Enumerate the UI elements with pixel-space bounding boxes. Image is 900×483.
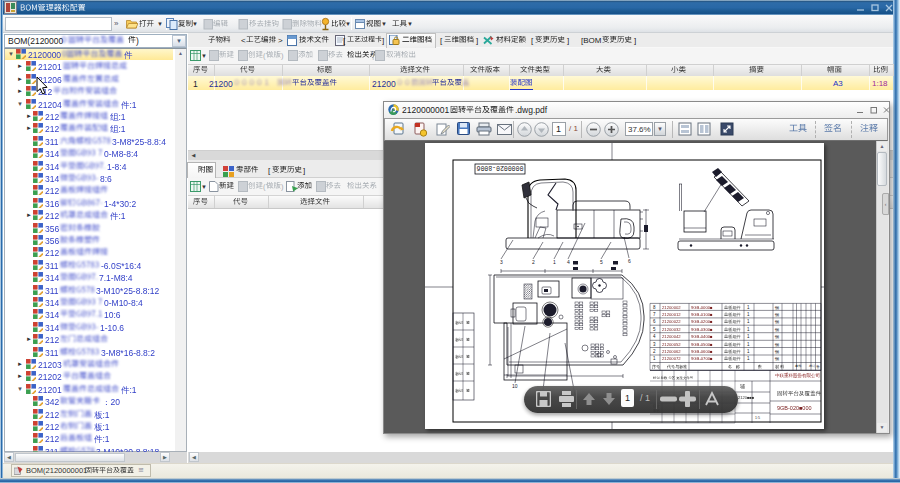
svg-text:签: 签 (466, 337, 470, 342)
svg-text:总计: 总计 (808, 364, 816, 368)
svg-text:签: 签 (466, 320, 470, 325)
svg-text:5: 5 (600, 259, 603, 265)
svg-text:10: 10 (512, 383, 518, 389)
svg-text:9GB-0200■: 9GB-0200■ (691, 319, 713, 324)
svg-text:1: 1 (553, 259, 556, 265)
svg-text:9GB-0300■: 9GB-0300■ (691, 327, 713, 332)
svg-text:盖板组件: 盖板组件 (724, 342, 742, 347)
svg-text:21200052: 21200052 (662, 342, 681, 347)
svg-text:21200022: 21200022 (662, 319, 681, 324)
svg-text:4: 4 (567, 259, 570, 265)
svg-text:21200062: 21200062 (662, 349, 681, 354)
svg-text:盖板组件: 盖板组件 (724, 327, 742, 332)
svg-text:盖板组件: 盖板组件 (724, 319, 742, 324)
svg-text:21200072: 21200072 (662, 356, 681, 361)
svg-text:名: 名 (728, 364, 732, 369)
svg-text:21200042: 21200042 (662, 334, 681, 339)
svg-text:中联重科股份有限公司: 中联重科股份有限公司 (775, 372, 820, 378)
svg-text:钢: 钢 (774, 356, 779, 361)
svg-text:9GB-0100■: 9GB-0100■ (691, 312, 713, 317)
svg-text:钢: 钢 (774, 327, 779, 332)
svg-text:盖板组件: 盖板组件 (724, 312, 742, 317)
svg-text:签: 签 (466, 354, 470, 359)
svg-text:钢: 钢 (774, 305, 779, 310)
svg-text:标记 处数 分区 更改文件号: 标记 处数 分区 更改文件号 (652, 375, 694, 380)
svg-text:2120■■■: 2120■■■ (738, 395, 755, 400)
svg-text:钢: 钢 (774, 312, 779, 317)
svg-text:3: 3 (500, 259, 503, 265)
svg-text:备: 备 (816, 364, 820, 369)
svg-text:数: 数 (758, 364, 762, 369)
svg-text:盖板组件: 盖板组件 (724, 356, 742, 361)
svg-text:钢: 钢 (774, 349, 779, 354)
svg-text:盖板组件: 盖板组件 (724, 349, 742, 354)
svg-text:9GB-0000■: 9GB-0000■ (691, 305, 713, 310)
svg-text:■000: ■000 (799, 405, 812, 411)
svg-text:21200012: 21200012 (662, 312, 681, 317)
svg-text:9GB-0400■: 9GB-0400■ (691, 334, 713, 339)
svg-text:签: 签 (466, 388, 470, 393)
svg-text:序号: 序号 (652, 364, 660, 369)
svg-text:9GB-0700■: 9GB-0700■ (691, 356, 713, 361)
svg-text:21200002: 21200002 (662, 305, 681, 310)
svg-text:9GB-0500■: 9GB-0500■ (691, 342, 713, 347)
svg-text:辅: 辅 (740, 383, 745, 390)
svg-text:9GB-0600■: 9GB-0600■ (691, 349, 713, 354)
svg-text:盖板组件: 盖板组件 (724, 334, 742, 339)
svg-text:9GB-020: 9GB-020 (777, 405, 799, 411)
svg-text:1:5: 1:5 (755, 416, 760, 420)
svg-text:单件: 单件 (795, 364, 802, 368)
svg-text:钢: 钢 (774, 319, 779, 324)
svg-text:钢: 钢 (774, 334, 779, 339)
svg-text:签: 签 (466, 371, 470, 376)
svg-text:21200032: 21200032 (662, 327, 681, 332)
svg-text:6: 6 (628, 258, 631, 264)
svg-text:2: 2 (532, 259, 535, 265)
svg-text:钢: 钢 (774, 342, 779, 347)
svg-text:称: 称 (735, 364, 740, 369)
svg-text:盖板组件: 盖板组件 (724, 305, 742, 310)
svg-text:0000020-8006: 0000020-8006 (476, 164, 523, 171)
svg-text:固转平台及覆盖件: 固转平台及覆盖件 (777, 390, 822, 397)
